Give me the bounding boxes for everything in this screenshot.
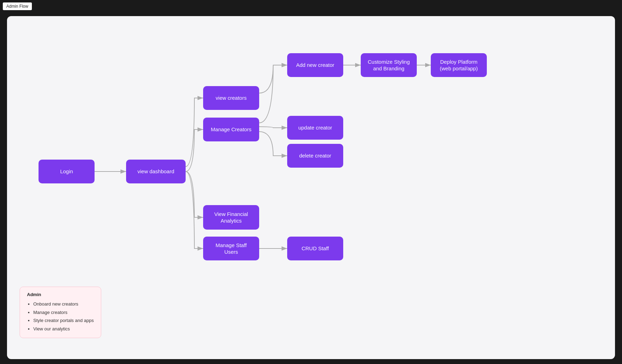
node-manage_staff[interactable]: Manage Staff Users [203, 237, 259, 260]
legend-title: Admin [27, 292, 94, 297]
node-delete_creator[interactable]: delete creator [287, 144, 343, 168]
legend-item: Manage creators [33, 308, 94, 316]
node-login[interactable]: Login [39, 160, 95, 183]
node-dashboard[interactable]: view dashboard [126, 160, 186, 183]
legend-box: Admin Onboard new creatorsManage creator… [20, 287, 101, 338]
node-view_creators[interactable]: view creators [203, 86, 259, 110]
canvas-area: Loginview dashboardview creatorsManage C… [7, 16, 615, 359]
legend-item: Onboard new creators [33, 300, 94, 308]
node-crud_staff[interactable]: CRUD Staff [287, 237, 343, 260]
node-manage_creators[interactable]: Manage Creators [203, 118, 259, 141]
tab-label: Admin Flow [3, 2, 32, 10]
legend-item: Style creator portals and apps [33, 316, 94, 324]
node-deploy_platform[interactable]: Deploy Platform (web portal/app) [431, 53, 487, 77]
node-customize_styling[interactable]: Customize Styling and Branding [361, 53, 417, 77]
node-update_creator[interactable]: update creator [287, 116, 343, 140]
node-view_financial[interactable]: View Financial Analytics [203, 205, 259, 230]
legend-list: Onboard new creatorsManage creatorsStyle… [27, 300, 94, 333]
node-add_creator[interactable]: Add new creator [287, 53, 343, 77]
legend-item: View our analytics [33, 325, 94, 333]
